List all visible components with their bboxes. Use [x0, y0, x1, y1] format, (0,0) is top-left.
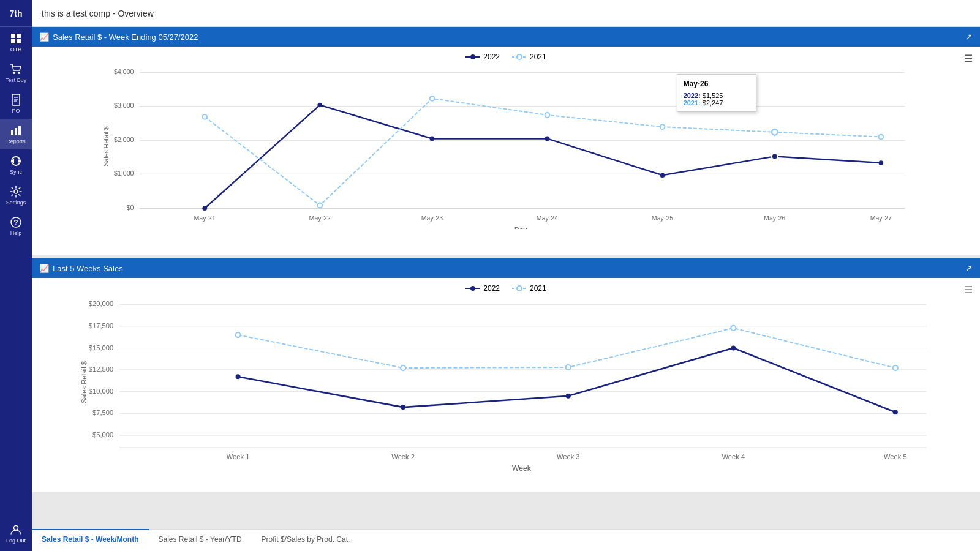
sync-icon	[9, 154, 23, 168]
5week-legend: 2022 2021	[38, 284, 974, 293]
tab-sales-retail-year-ytd[interactable]: Sales Retail $ - Year/YTD	[149, 529, 252, 551]
test-buy-icon	[9, 62, 23, 76]
svg-rect-10	[11, 130, 13, 135]
sidebar-help-label: Help	[10, 230, 22, 236]
chart-menu-icon[interactable]: ☰	[964, 53, 973, 64]
svg-text:$17,500: $17,500	[89, 322, 113, 329]
svg-text:May-21: May-21	[194, 214, 216, 222]
chart2-menu-icon[interactable]: ☰	[964, 284, 973, 296]
svg-point-83	[236, 374, 241, 379]
svg-text:May-27: May-27	[870, 214, 892, 222]
svg-text:Week 1: Week 1	[227, 453, 250, 460]
reports-icon	[9, 124, 23, 137]
svg-point-50	[202, 114, 207, 119]
svg-point-5	[18, 72, 20, 74]
svg-text:May-23: May-23	[421, 214, 443, 222]
content-area: 📈 Sales Retail $ - Week Ending 05/27/202…	[32, 27, 980, 529]
svg-text:$15,000: $15,000	[89, 344, 113, 351]
sidebar-logout-label: Log Out	[6, 538, 26, 544]
settings-icon	[9, 185, 23, 198]
svg-rect-11	[15, 128, 17, 135]
svg-point-47	[660, 173, 665, 178]
svg-text:May-22: May-22	[309, 214, 331, 222]
svg-point-22	[517, 54, 522, 59]
sidebar-item-sync[interactable]: Sync	[0, 149, 32, 180]
app-logo[interactable]: 7th	[0, 0, 32, 27]
logout-icon	[9, 523, 23, 536]
sidebar-sync-label: Sync	[10, 169, 22, 175]
svg-text:Week 5: Week 5	[884, 453, 907, 460]
svg-point-4	[13, 72, 15, 74]
svg-text:Week: Week	[512, 464, 532, 473]
5week-chart-title: Last 5 Weeks Sales	[53, 264, 123, 273]
weekly-chart-title: Sales Retail $ - Week Ending 05/27/2022	[53, 32, 198, 42]
svg-point-52	[430, 96, 435, 101]
svg-text:$7,500: $7,500	[92, 409, 113, 416]
legend-2021-label: 2021	[530, 53, 546, 61]
sidebar: 7th OTB Test Buy	[0, 0, 32, 551]
svg-text:Day: Day	[514, 226, 527, 229]
tab-profit-sales-prod-cat[interactable]: Profit $/Sales by Prod. Cat.	[252, 529, 360, 551]
sidebar-item-otb[interactable]: OTB	[0, 27, 32, 58]
legend-2021: 2021	[512, 53, 546, 61]
legend2-2022-label: 2022	[483, 284, 500, 293]
legend2-2022: 2022	[466, 284, 500, 293]
svg-point-89	[401, 365, 405, 370]
svg-text:Week 3: Week 3	[557, 453, 580, 460]
svg-point-58	[470, 286, 475, 291]
sidebar-item-help[interactable]: ? Help	[0, 211, 32, 241]
legend2-2021: 2021	[512, 284, 546, 293]
sidebar-item-logout[interactable]: Log Out	[0, 518, 32, 549]
svg-rect-12	[18, 126, 21, 135]
legend2-2021-label: 2021	[530, 284, 546, 293]
sidebar-po-label: PO	[12, 108, 20, 114]
svg-rect-0	[11, 34, 15, 38]
weekly-sales-chart-section: 📈 Sales Retail $ - Week Ending 05/27/202…	[32, 27, 980, 255]
sidebar-test-buy-label: Test Buy	[6, 77, 27, 83]
sidebar-item-reports[interactable]: Reports	[0, 119, 32, 149]
svg-rect-2	[11, 39, 15, 43]
sidebar-otb-label: OTB	[10, 47, 22, 53]
svg-text:$1,000: $1,000	[114, 170, 134, 177]
page-title: this is a test comp - Overview	[42, 9, 154, 18]
svg-point-84	[401, 405, 405, 410]
sidebar-reports-label: Reports	[6, 138, 26, 144]
sidebar-item-test-buy[interactable]: Test Buy	[0, 58, 32, 88]
svg-rect-1	[17, 34, 21, 38]
svg-text:May-24: May-24	[537, 214, 558, 222]
svg-text:$2,000: $2,000	[114, 136, 134, 143]
svg-point-46	[545, 137, 550, 141]
weekly-chart-svg: $4,000 $3,000 $2,000 $1,000 $0 Sales Ret…	[38, 64, 974, 229]
svg-text:$4,000: $4,000	[114, 68, 134, 75]
5week-chart-body: ☰ 2022 2021 $20,000	[32, 278, 980, 492]
svg-text:?: ?	[13, 219, 18, 227]
chart-line-icon: 📈	[39, 32, 49, 42]
svg-rect-3	[17, 39, 21, 43]
svg-point-87	[893, 410, 898, 414]
5week-chart-header: 📈 Last 5 Weeks Sales ↗	[32, 258, 980, 278]
sidebar-settings-label: Settings	[6, 200, 26, 206]
sidebar-item-po[interactable]: PO	[0, 88, 32, 119]
svg-point-54	[660, 124, 665, 129]
svg-point-91	[731, 326, 736, 331]
svg-point-86	[731, 345, 736, 350]
svg-point-20	[470, 54, 475, 59]
expand-icon[interactable]: ↗	[965, 32, 973, 42]
svg-text:Sales Retail $: Sales Retail $	[102, 126, 110, 166]
svg-text:May-25: May-25	[652, 214, 673, 222]
expand2-icon[interactable]: ↗	[965, 263, 973, 273]
weekly-legend: 2022 2021	[38, 53, 974, 61]
weekly-chart-body: ☰ 2022 2021 $4,000 $3,000	[32, 47, 980, 255]
tooltip-date: May-26	[684, 80, 750, 88]
svg-point-56	[878, 135, 883, 140]
sidebar-item-settings[interactable]: Settings	[0, 180, 32, 211]
svg-text:$20,000: $20,000	[89, 300, 113, 307]
svg-text:$10,000: $10,000	[89, 388, 113, 395]
tooltip-2021: 2021: $2,247	[684, 99, 750, 107]
weekly-chart-header: 📈 Sales Retail $ - Week Ending 05/27/202…	[32, 27, 980, 47]
topbar: this is a test comp - Overview	[32, 0, 980, 27]
svg-text:$0: $0	[127, 204, 134, 211]
5week-sales-chart-section: 📈 Last 5 Weeks Sales ↗ ☰ 2022 2021	[32, 258, 980, 492]
bottom-tabs: Sales Retail $ - Week/Month Sales Retail…	[32, 529, 980, 551]
tab-sales-retail-week-month[interactable]: Sales Retail $ - Week/Month	[32, 529, 149, 551]
